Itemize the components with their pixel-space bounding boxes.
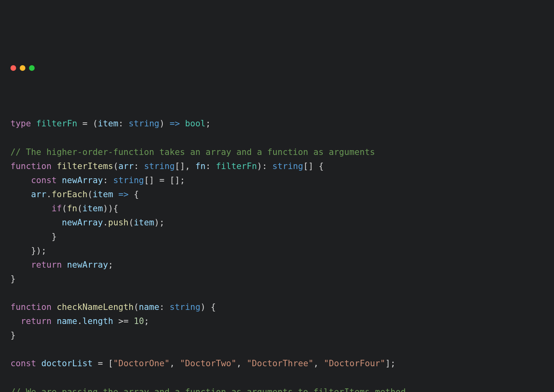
zoom-icon[interactable]	[29, 65, 35, 71]
minimize-icon[interactable]	[20, 65, 25, 71]
close-icon[interactable]	[10, 65, 16, 71]
type-name: filterFn	[36, 119, 77, 128]
code-line: const doctorList = ["DoctorOne", "Doctor…	[10, 359, 396, 368]
fn-name: filterItems	[57, 161, 113, 171]
code-line: const newArray: string[] = [];	[10, 175, 185, 185]
code-line: function filterItems(arr: string[], fn: …	[10, 161, 324, 171]
window-controls	[10, 65, 544, 71]
fn-name: checkNameLength	[57, 302, 134, 312]
code-block: type filterFn = (item: string) => bool; …	[10, 117, 544, 392]
kw-type: type	[10, 119, 31, 128]
code-comment: // We are passing the array and a functi…	[10, 387, 411, 392]
code-comment: // The higher-order-function takes an ar…	[10, 147, 375, 157]
code-line: return name.length >= 10;	[10, 316, 149, 326]
code-line: });	[10, 246, 46, 256]
code-line: function checkNameLength(name: string) {	[10, 302, 216, 312]
code-line: return newArray;	[10, 260, 113, 270]
code-line: if(fn(item)){	[10, 204, 118, 213]
code-line: }	[10, 232, 57, 241]
code-line: }	[10, 330, 16, 340]
code-line: newArray.push(item);	[10, 218, 164, 227]
code-line: type filterFn = (item: string) => bool;	[10, 119, 211, 128]
code-line: arr.forEach(item => {	[10, 190, 139, 199]
code-line: }	[10, 274, 16, 284]
